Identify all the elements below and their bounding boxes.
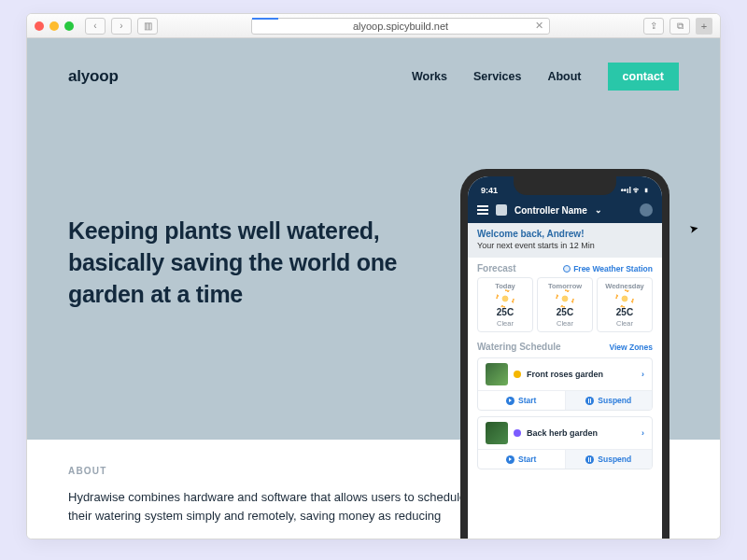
phone-notch xyxy=(514,176,616,195)
zone-thumbnail xyxy=(486,422,508,444)
welcome-subtitle: Your next event starts in 12 Min xyxy=(477,241,653,250)
browser-chrome: ‹ › ▥ alyoop.spicybuild.net ✕ ⇪ ⧉ + xyxy=(27,14,720,38)
sun-icon xyxy=(618,292,631,305)
share-button[interactable]: ⇪ xyxy=(643,18,664,35)
welcome-title: Welcome back, Andrew! xyxy=(477,229,653,239)
close-window-button[interactable] xyxy=(35,21,44,31)
schedule-section: Watering Schedule View Zones Front roses… xyxy=(468,336,662,473)
sidebar-toggle-button[interactable]: ▥ xyxy=(137,18,158,35)
status-dot-icon xyxy=(514,371,521,378)
phone-mockup: 9:41 ••ıl ᯤ ▮ Controller Name ⌄ Welcome … xyxy=(460,169,669,539)
zone-start-button[interactable]: Start xyxy=(478,391,565,410)
controller-icon xyxy=(496,204,507,216)
browser-window: ‹ › ▥ alyoop.spicybuild.net ✕ ⇪ ⧉ + alyo… xyxy=(26,13,721,539)
forecast-day: Today 25C Clear xyxy=(477,277,533,332)
zone-start-button[interactable]: Start xyxy=(478,450,565,469)
hamburger-icon[interactable] xyxy=(477,205,488,215)
about-eyebrow: ABOUT xyxy=(68,464,470,479)
forecast-day: Wednesday 25C Clear xyxy=(597,277,653,332)
nav-link-services[interactable]: Services xyxy=(473,70,521,83)
forecast-section: Forecast Free Weather Station Today 25C … xyxy=(468,258,662,336)
stop-reload-icon[interactable]: ✕ xyxy=(535,20,543,32)
tabs-button[interactable]: ⧉ xyxy=(669,18,690,35)
zone-suspend-button[interactable]: Suspend xyxy=(565,450,653,469)
contact-button[interactable]: contact xyxy=(608,63,679,91)
forward-button[interactable]: › xyxy=(111,18,132,35)
sun-icon xyxy=(499,292,512,305)
play-icon xyxy=(506,455,514,464)
minimize-window-button[interactable] xyxy=(49,21,59,31)
welcome-card: Welcome back, Andrew! Your next event st… xyxy=(468,223,662,258)
play-icon xyxy=(506,397,514,405)
hero-headline: Keeping plants well watered, basically s… xyxy=(68,216,404,310)
about-body: Hydrawise combines hardware and software… xyxy=(68,488,470,525)
loading-bar xyxy=(252,18,278,20)
status-dot-icon xyxy=(514,429,521,437)
zone-card[interactable]: Back herb garden › Start Suspend xyxy=(477,416,653,469)
status-indicators: ••ıl ᯤ ▮ xyxy=(621,186,649,195)
about-column: ABOUT Hydrawise combines hardware and so… xyxy=(68,464,470,525)
site-nav: alyoop Works Services About contact xyxy=(27,38,720,91)
traffic-lights xyxy=(35,21,74,31)
schedule-heading: Watering Schedule xyxy=(477,342,561,352)
nav-menu: Works Services About contact xyxy=(412,63,679,91)
cloud-icon xyxy=(563,265,571,273)
nav-link-about[interactable]: About xyxy=(547,70,581,83)
page-content: alyoop Works Services About contact Keep… xyxy=(27,38,720,539)
hero-section: alyoop Works Services About contact Keep… xyxy=(27,38,720,440)
chevron-right-icon[interactable]: › xyxy=(641,428,644,438)
pause-icon xyxy=(585,397,594,405)
url-text: alyoop.spicybuild.net xyxy=(353,21,448,32)
maximize-window-button[interactable] xyxy=(64,21,74,31)
sun-icon xyxy=(558,292,571,305)
new-tab-button[interactable]: + xyxy=(696,18,712,35)
view-zones-link[interactable]: View Zones xyxy=(609,343,653,352)
site-logo[interactable]: alyoop xyxy=(68,67,119,86)
forecast-heading: Forecast xyxy=(477,263,516,273)
back-button[interactable]: ‹ xyxy=(85,18,106,35)
chevron-down-icon[interactable]: ⌄ xyxy=(595,205,602,215)
status-time: 9:41 xyxy=(481,186,498,195)
chevron-right-icon[interactable]: › xyxy=(641,370,644,379)
zone-card[interactable]: Front roses garden › Start Suspend xyxy=(477,357,653,411)
app-bar: Controller Name ⌄ xyxy=(468,197,662,223)
phone-screen: 9:41 ••ıl ᯤ ▮ Controller Name ⌄ Welcome … xyxy=(468,176,662,539)
pause-icon xyxy=(585,455,594,464)
zone-thumbnail xyxy=(486,363,508,385)
weather-station-link[interactable]: Free Weather Station xyxy=(563,264,653,273)
address-bar[interactable]: alyoop.spicybuild.net ✕ xyxy=(251,18,550,35)
zone-suspend-button[interactable]: Suspend xyxy=(565,391,653,410)
nav-link-works[interactable]: Works xyxy=(412,70,447,83)
controller-name[interactable]: Controller Name xyxy=(514,205,587,216)
profile-icon[interactable] xyxy=(640,203,653,217)
forecast-day: Tomorrow 25C Clear xyxy=(537,277,593,332)
